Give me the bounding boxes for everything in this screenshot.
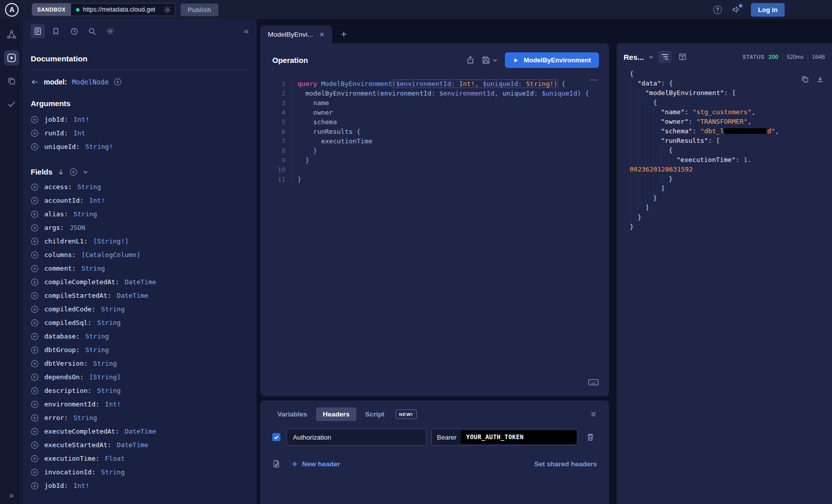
add-to-query-icon[interactable]: [31, 183, 39, 191]
delete-header-icon[interactable]: [586, 433, 594, 441]
response-caret-icon[interactable]: [648, 54, 654, 60]
chevron-down-icon[interactable]: [83, 169, 89, 175]
field-type-link[interactable]: Int!: [105, 400, 121, 408]
field-type-link[interactable]: String: [101, 305, 125, 313]
add-to-query-icon[interactable]: [31, 360, 39, 368]
add-to-query-icon[interactable]: [31, 319, 39, 327]
header-value-field[interactable]: Bearer YOUR_AUTH_TOKEN: [431, 429, 578, 446]
sort-fields-icon[interactable]: [57, 169, 64, 176]
code-line[interactable]: query ModelByEnvironment($environmentId:…: [297, 79, 597, 89]
field-row[interactable]: description:String: [31, 384, 249, 397]
add-to-query-icon[interactable]: [31, 400, 39, 408]
field-row[interactable]: alias:String: [31, 207, 249, 221]
add-to-query-icon[interactable]: [31, 129, 39, 137]
header-enabled-checkbox[interactable]: [272, 433, 280, 441]
close-tab-icon[interactable]: [319, 32, 325, 37]
collapse-panel-icon[interactable]: [590, 410, 597, 417]
argument-row[interactable]: jobId:Int!: [31, 113, 249, 126]
argument-row[interactable]: runId:Int: [31, 126, 249, 140]
field-type-link[interactable]: Int!: [73, 116, 89, 123]
field-type-link[interactable]: String: [97, 387, 121, 394]
announcements-icon[interactable]: [732, 6, 741, 14]
add-to-query-icon[interactable]: [31, 346, 39, 354]
operation-tab[interactable]: ModelByEnvi...: [260, 25, 332, 43]
add-to-query-icon[interactable]: [31, 251, 39, 259]
header-key-input[interactable]: [286, 429, 426, 446]
back-icon[interactable]: [31, 78, 39, 86]
expand-rail-icon[interactable]: »: [0, 491, 23, 500]
auth-token-input[interactable]: YOUR_AUTH_TOKEN: [461, 431, 576, 444]
add-to-query-icon[interactable]: [31, 468, 39, 476]
field-type-link[interactable]: DateTime: [125, 278, 157, 286]
new-tab-icon[interactable]: [340, 25, 347, 43]
field-row[interactable]: access:String: [31, 180, 249, 194]
field-type-link[interactable]: [String!]: [93, 237, 128, 245]
add-to-query-icon[interactable]: [31, 428, 39, 436]
add-to-query-icon[interactable]: [31, 224, 39, 232]
field-row[interactable]: database:String: [31, 329, 249, 343]
add-to-query-icon[interactable]: [31, 116, 39, 124]
add-to-query-icon[interactable]: [31, 197, 39, 205]
editor-overflow-menu-icon[interactable]: ⋯: [589, 77, 598, 82]
response-title[interactable]: Res...: [624, 53, 644, 61]
code-line[interactable]: }: [297, 146, 597, 155]
field-row[interactable]: jobId:Int!: [31, 479, 249, 492]
field-row[interactable]: comment:String: [31, 262, 249, 275]
download-response-icon[interactable]: [816, 75, 824, 83]
search-icon[interactable]: [85, 24, 99, 38]
field-row[interactable]: args:JSON: [31, 221, 249, 234]
field-row[interactable]: executionTime:Float: [31, 452, 249, 465]
field-type-link[interactable]: String: [85, 346, 109, 354]
field-type-link[interactable]: String: [82, 265, 105, 272]
history-icon[interactable]: [67, 24, 81, 38]
add-to-query-icon[interactable]: [31, 455, 39, 463]
field-row[interactable]: dbtGroup:String: [31, 343, 249, 357]
set-shared-headers-link[interactable]: Set shared headers: [534, 460, 597, 468]
field-type-link[interactable]: String: [101, 468, 125, 476]
code-line[interactable]: executionTime: [297, 136, 597, 146]
share-icon[interactable]: [466, 56, 475, 64]
code-line[interactable]: }: [297, 175, 597, 184]
format-json-icon[interactable]: [658, 51, 671, 63]
collections-icon[interactable]: [4, 73, 19, 89]
new-header-button[interactable]: New header: [291, 460, 340, 468]
field-row[interactable]: compiledSql:String: [31, 316, 249, 329]
field-row[interactable]: executeStartedAt:DateTime: [31, 438, 249, 452]
field-row[interactable]: accountId:Int!: [31, 194, 249, 207]
save-caret-icon[interactable]: [492, 57, 498, 63]
bookmarks-icon[interactable]: [49, 24, 63, 38]
tab-headers[interactable]: Headers: [316, 407, 356, 421]
field-type-link[interactable]: String: [73, 414, 97, 422]
field-type-link[interactable]: String: [93, 360, 117, 367]
add-to-query-icon[interactable]: [31, 292, 39, 300]
copy-response-icon[interactable]: [801, 75, 809, 83]
field-type-link[interactable]: Float: [105, 455, 125, 462]
field-row[interactable]: compileStartedAt:DateTime: [31, 289, 249, 302]
add-to-query-icon[interactable]: [31, 414, 39, 422]
checks-icon[interactable]: [4, 97, 19, 112]
add-to-query-icon[interactable]: [31, 143, 39, 151]
explorer-icon[interactable]: [4, 50, 19, 65]
field-type-link[interactable]: [String]: [89, 373, 121, 381]
argument-row[interactable]: uniqueId:String!: [31, 140, 249, 153]
add-to-query-icon[interactable]: [31, 278, 39, 286]
field-row[interactable]: dependsOn:[String]: [31, 370, 249, 384]
field-type-link[interactable]: String: [85, 332, 109, 340]
field-type-link[interactable]: String!: [85, 143, 113, 150]
field-type-link[interactable]: String: [97, 319, 121, 326]
add-to-query-icon[interactable]: [31, 237, 39, 245]
field-type-link[interactable]: DateTime: [117, 292, 148, 299]
field-row[interactable]: compiledCode:String: [31, 302, 249, 316]
editor-code[interactable]: query ModelByEnvironment($environmentId:…: [292, 79, 597, 184]
field-type-link[interactable]: Int: [73, 129, 85, 137]
code-line[interactable]: schema: [297, 117, 597, 127]
field-type-link[interactable]: DateTime: [125, 428, 157, 435]
save-icon[interactable]: [482, 56, 490, 64]
field-type-link[interactable]: String: [78, 183, 101, 191]
field-type-link[interactable]: Int!: [89, 197, 105, 204]
add-to-query-icon[interactable]: [31, 441, 39, 449]
operation-editor[interactable]: 1234567891011 query ModelByEnvironment($…: [260, 72, 609, 184]
add-all-fields-icon[interactable]: [114, 78, 122, 86]
field-row[interactable]: error:String: [31, 411, 249, 425]
field-row[interactable]: invocationId:String: [31, 465, 249, 479]
